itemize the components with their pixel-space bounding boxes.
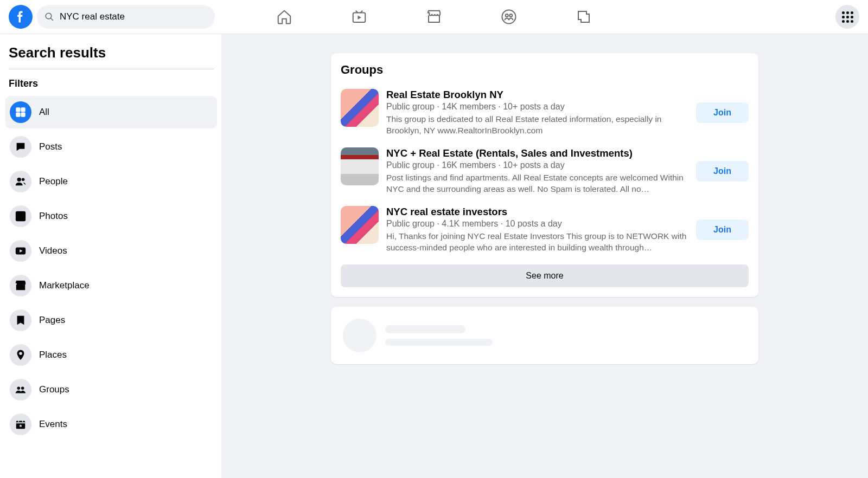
filter-people[interactable]: People	[5, 165, 217, 198]
pages-icon	[10, 309, 31, 331]
svg-point-14	[21, 387, 24, 390]
watch-icon	[351, 9, 367, 25]
group-info[interactable]: NYC real estate investorsPublic group · …	[386, 206, 688, 254]
filter-label: Groups	[39, 384, 69, 395]
group-description: Post listings and find apartments. All R…	[386, 172, 688, 195]
filter-videos[interactable]: Videos	[5, 235, 217, 267]
section-title: Groups	[341, 63, 749, 77]
loading-card	[331, 307, 758, 364]
svg-rect-7	[21, 113, 25, 117]
svg-point-3	[509, 14, 512, 17]
groups-card: Groups Real Estate Brooklyn NYPublic gro…	[331, 53, 758, 297]
top-bar	[0, 0, 868, 34]
skeleton-avatar	[343, 319, 376, 352]
nav-groups[interactable]	[474, 2, 544, 32]
group-meta: Public group · 14K members · 10+ posts a…	[386, 102, 688, 112]
group-thumbnail[interactable]	[341, 147, 379, 185]
nav-home[interactable]	[249, 2, 320, 32]
search-input[interactable]	[60, 11, 207, 22]
filter-marketplace[interactable]: Marketplace	[5, 269, 217, 302]
filter-label: Videos	[39, 246, 67, 256]
page-title: Search results	[5, 44, 217, 61]
menu-button[interactable]	[835, 5, 859, 29]
svg-rect-5	[21, 108, 25, 112]
group-info[interactable]: Real Estate Brooklyn NYPublic group · 14…	[386, 89, 688, 137]
top-right	[835, 5, 859, 29]
sidebar: Search results Filters AllPostsPeoplePho…	[0, 34, 221, 478]
groups-icon	[10, 379, 31, 401]
filter-pages[interactable]: Pages	[5, 304, 217, 337]
group-name: Real Estate Brooklyn NY	[386, 89, 688, 101]
photos-icon	[10, 205, 31, 227]
svg-point-1	[502, 10, 516, 24]
filter-events[interactable]: Events	[5, 408, 217, 441]
svg-point-2	[506, 14, 508, 17]
search-box[interactable]	[37, 5, 215, 29]
filter-groups[interactable]: Groups	[5, 373, 217, 406]
join-button[interactable]: Join	[696, 161, 749, 182]
nav-marketplace[interactable]	[399, 2, 469, 32]
filter-list: AllPostsPeoplePhotosVideosMarketplacePag…	[5, 96, 217, 441]
filter-all[interactable]: All	[5, 96, 217, 128]
gaming-icon	[576, 9, 592, 25]
group-name: NYC + Real Estate (Rentals, Sales and In…	[386, 147, 688, 159]
group-row: Real Estate Brooklyn NYPublic group · 14…	[341, 83, 749, 142]
nav-gaming[interactable]	[548, 2, 619, 32]
svg-point-13	[17, 387, 20, 390]
groups-icon	[501, 9, 517, 25]
facebook-logo[interactable]	[9, 5, 33, 29]
group-description: This group is dedicated to all Real Esta…	[386, 114, 688, 137]
people-icon	[10, 171, 31, 192]
group-info[interactable]: NYC + Real Estate (Rentals, Sales and In…	[386, 147, 688, 195]
join-button[interactable]: Join	[696, 102, 749, 123]
nav-watch[interactable]	[324, 2, 394, 32]
events-icon	[10, 414, 31, 435]
filter-photos[interactable]: Photos	[5, 200, 217, 232]
top-divider	[0, 34, 868, 34]
group-meta: Public group · 4.1K members · 10 posts a…	[386, 219, 688, 229]
see-more-button[interactable]: See more	[341, 264, 749, 287]
filter-posts[interactable]: Posts	[5, 131, 217, 163]
filters-heading: Filters	[5, 78, 217, 89]
posts-icon	[10, 136, 31, 158]
svg-rect-4	[16, 108, 20, 112]
svg-point-8	[17, 178, 21, 182]
home-icon	[276, 9, 292, 25]
svg-rect-6	[16, 113, 20, 117]
videos-icon	[10, 240, 31, 262]
search-icon	[44, 12, 54, 22]
filter-label: Events	[39, 419, 67, 430]
group-thumbnail[interactable]	[341, 89, 379, 127]
filter-label: Places	[39, 350, 67, 360]
filter-label: People	[39, 176, 68, 187]
group-thumbnail[interactable]	[341, 206, 379, 244]
group-meta: Public group · 16K members · 10+ posts a…	[386, 160, 688, 170]
filter-label: Posts	[39, 141, 62, 152]
places-icon	[10, 344, 31, 366]
filter-label: Photos	[39, 211, 68, 222]
filter-label: Marketplace	[39, 280, 90, 291]
all-icon	[10, 101, 31, 123]
marketplace-icon	[10, 275, 31, 296]
group-row: NYC + Real Estate (Rentals, Sales and In…	[341, 142, 749, 201]
skeleton-lines	[385, 325, 493, 346]
main-content: Groups Real Estate Brooklyn NYPublic gro…	[221, 34, 868, 478]
svg-point-11	[18, 214, 20, 216]
group-name: NYC real estate investors	[386, 206, 688, 218]
filter-places[interactable]: Places	[5, 339, 217, 371]
marketplace-icon	[426, 9, 442, 25]
filter-label: Pages	[39, 315, 65, 326]
top-nav	[249, 2, 619, 32]
group-row: NYC real estate investorsPublic group · …	[341, 201, 749, 259]
filter-label: All	[39, 107, 49, 118]
menu-icon	[842, 11, 853, 23]
svg-point-9	[22, 178, 25, 182]
join-button[interactable]: Join	[696, 219, 749, 240]
sidebar-divider	[9, 69, 214, 69]
group-description: Hi, Thanks for joining NYC real Estate I…	[386, 231, 688, 254]
